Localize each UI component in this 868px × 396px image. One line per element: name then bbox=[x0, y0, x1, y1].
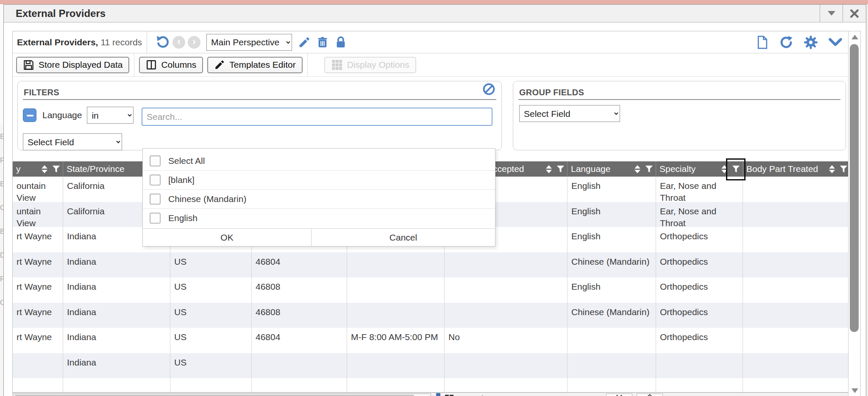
table-row[interactable]: IndianaUS bbox=[13, 353, 850, 379]
column-header-language[interactable]: Language bbox=[568, 161, 656, 177]
table-cell: Indiana bbox=[63, 252, 170, 278]
grid-icon bbox=[331, 59, 343, 71]
funnel-glyph bbox=[732, 165, 740, 173]
table-cell: Orthopedics bbox=[656, 277, 743, 303]
dialog-menu-button[interactable] bbox=[820, 5, 843, 22]
lock-perspective-button[interactable] bbox=[334, 36, 347, 49]
filter-icon[interactable] bbox=[645, 165, 653, 173]
close-icon bbox=[849, 8, 860, 19]
column-header-specialty[interactable]: Specialty bbox=[656, 161, 743, 177]
add-filter-field-select[interactable]: Select Field bbox=[23, 133, 122, 150]
table-row[interactable]: rt WayneIndianaUS46804Chinese (Mandarin)… bbox=[13, 252, 850, 278]
column-header-body-part-treated[interactable]: Body Part Treated bbox=[743, 161, 850, 177]
option-checkbox[interactable] bbox=[150, 194, 161, 205]
dropdown-option--blank-[interactable]: [blank] bbox=[143, 170, 495, 189]
horizontal-scrollbar[interactable] bbox=[14, 393, 431, 396]
close-icon bbox=[615, 394, 623, 396]
left-strip: EFECBDFC bbox=[0, 125, 3, 396]
filter-icon[interactable] bbox=[840, 165, 848, 173]
table-cell bbox=[13, 353, 63, 379]
table-cell bbox=[252, 353, 347, 379]
table-cell: English bbox=[568, 227, 656, 252]
new-record-button[interactable] bbox=[756, 36, 769, 49]
previous-button[interactable]: ‹ bbox=[172, 36, 185, 49]
table-cell: English bbox=[568, 202, 656, 227]
filter-icon[interactable] bbox=[52, 165, 60, 173]
table-row[interactable]: rt WayneIndianaUS46804M-F 8:00 AM-5:00 P… bbox=[13, 328, 850, 353]
next-button[interactable]: › bbox=[188, 36, 200, 49]
dropdown-option-chinese-mandarin-[interactable]: Chinese (Mandarin) bbox=[143, 189, 495, 208]
dropdown-buttons: OK Cancel bbox=[143, 228, 495, 246]
option-checkbox[interactable] bbox=[150, 155, 161, 166]
dropdown-option-english[interactable]: English bbox=[143, 208, 495, 227]
scroll-up-arrow-icon[interactable] bbox=[851, 35, 858, 39]
table-cell bbox=[568, 378, 656, 392]
option-checkbox[interactable] bbox=[150, 213, 161, 224]
table-row[interactable] bbox=[13, 378, 850, 392]
templates-editor-button[interactable]: Templates Editor bbox=[207, 57, 302, 73]
dropdown-option-select-all[interactable]: Select All bbox=[143, 151, 495, 170]
dialog-body: External Providers, 11 records ‹ › Main … bbox=[4, 22, 866, 396]
chevron-right-icon: › bbox=[192, 36, 196, 47]
bottom-search-label: Search bbox=[458, 394, 487, 396]
sort-icon[interactable] bbox=[546, 165, 552, 173]
filter-icon[interactable] bbox=[732, 165, 740, 173]
sort-icon[interactable] bbox=[829, 165, 835, 173]
filter-operator-select[interactable]: in bbox=[87, 107, 134, 124]
caret-down-icon bbox=[828, 11, 835, 16]
sort-icon[interactable] bbox=[634, 165, 640, 173]
vertical-scrollbar-thumb[interactable] bbox=[850, 44, 859, 332]
bottom-home-cell[interactable] bbox=[637, 393, 663, 396]
delete-perspective-button[interactable] bbox=[317, 36, 328, 49]
funnel-glyph bbox=[52, 165, 60, 173]
settings-button[interactable] bbox=[804, 35, 818, 50]
action-button-row: Store Displayed Data Columns Templates E… bbox=[13, 53, 850, 77]
table-row[interactable]: rt WayneIndianaUS46808EnglishOrthopedics bbox=[13, 277, 850, 303]
remove-filter-button[interactable] bbox=[23, 108, 36, 122]
display-options-button[interactable]: Display Options bbox=[324, 57, 416, 73]
external-providers-dialog: External Providers External Providers, 1… bbox=[3, 4, 866, 396]
filters-title: FILTERS bbox=[24, 88, 59, 97]
table-cell bbox=[347, 277, 445, 303]
table-cell: M-F 8:00 AM-5:00 PM bbox=[347, 328, 445, 353]
table-cell: US bbox=[170, 252, 252, 278]
table-cell: No bbox=[445, 328, 568, 353]
filter-row-language: Language in bbox=[23, 107, 134, 124]
option-checkbox[interactable] bbox=[150, 174, 161, 186]
collapse-toolbar-button[interactable] bbox=[828, 36, 843, 48]
table-cell: 46808 bbox=[252, 277, 347, 303]
table-cell: US bbox=[170, 328, 252, 353]
clear-filters-button[interactable] bbox=[482, 83, 495, 96]
group-field-select[interactable]: Select Field bbox=[519, 105, 620, 122]
table-row[interactable]: rt WayneIndianaUS46808Chinese (Mandarin)… bbox=[13, 303, 850, 328]
filter-value-dropdown: Select All[blank]Chinese (Mandarin)Engli… bbox=[142, 148, 495, 246]
column-header-y[interactable]: y bbox=[13, 161, 63, 177]
bottom-close-cell[interactable] bbox=[606, 393, 632, 396]
pencil-icon bbox=[214, 59, 225, 70]
sort-icon[interactable] bbox=[42, 165, 47, 173]
record-count-label: 11 records bbox=[100, 37, 142, 47]
button-group-divider bbox=[307, 53, 308, 77]
filter-icon[interactable] bbox=[556, 165, 565, 173]
ok-button[interactable]: OK bbox=[143, 229, 312, 246]
scroll-down-arrow-icon[interactable] bbox=[851, 388, 858, 393]
refresh-button[interactable] bbox=[779, 35, 793, 50]
table-cell: 46804 bbox=[252, 252, 347, 278]
undo-button[interactable] bbox=[156, 35, 170, 50]
chevron-down-icon bbox=[828, 36, 843, 48]
close-button[interactable] bbox=[843, 5, 866, 22]
vertical-scrollbar[interactable] bbox=[848, 31, 861, 396]
sort-icon[interactable] bbox=[721, 165, 727, 173]
perspective-select[interactable]: Main Perspective bbox=[206, 34, 292, 51]
edit-perspective-button[interactable] bbox=[298, 36, 311, 49]
filter-search-input[interactable] bbox=[142, 108, 492, 126]
table-cell bbox=[347, 378, 445, 392]
cancel-button[interactable]: Cancel bbox=[312, 229, 495, 246]
table-cell bbox=[743, 303, 850, 328]
table-cell bbox=[743, 328, 850, 353]
columns-button[interactable]: Columns bbox=[139, 57, 203, 73]
table-cell: Orthopedics bbox=[656, 303, 743, 328]
store-displayed-data-button[interactable]: Store Displayed Data bbox=[16, 57, 129, 73]
bottom-search[interactable]: Search bbox=[444, 394, 487, 396]
columns-icon bbox=[146, 59, 157, 71]
